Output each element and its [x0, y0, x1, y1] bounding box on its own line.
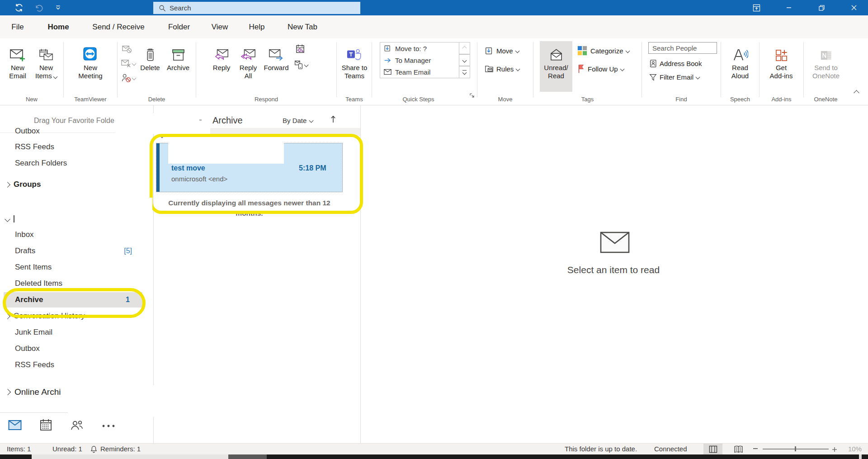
book-icon — [734, 445, 743, 453]
nav-mail-button[interactable] — [8, 420, 22, 431]
sidebar-item-online-archive[interactable]: Online Archi — [5, 384, 61, 400]
close-button[interactable] — [844, 0, 864, 15]
reply-with-meeting-button[interactable] — [295, 44, 305, 54]
favorites-hint: Drag Your Favorite Folde — [34, 114, 114, 128]
address-book-icon — [649, 59, 657, 68]
junk-button[interactable] — [121, 73, 136, 83]
sidebar-item-conversation-history[interactable]: Conversation History — [5, 308, 85, 324]
read-aloud-button[interactable]: Read Aloud — [724, 41, 756, 80]
list-title: Archive — [212, 115, 243, 126]
sidebar-item-outbox[interactable]: Outbox — [15, 341, 40, 356]
empty-state-text: Select an item to read — [406, 265, 821, 275]
nav-people-button[interactable] — [70, 420, 84, 431]
clean-up-button[interactable] — [121, 58, 136, 68]
bell-icon — [90, 445, 97, 454]
ribbon-display-options-button[interactable] — [746, 0, 767, 15]
normal-view-button[interactable] — [703, 444, 722, 454]
move-button[interactable]: Move — [485, 45, 519, 57]
sidebar-item-rss-feeds[interactable]: RSS Feeds — [15, 357, 54, 373]
send-receive-button[interactable] — [13, 2, 25, 14]
ribbon-tabs: File Home Send / Receive Folder View Hel… — [0, 15, 868, 38]
move-to-icon — [384, 45, 392, 52]
group-label-move: Move — [477, 96, 533, 103]
follow-up-button[interactable]: Follow Up — [577, 63, 624, 75]
status-reminders[interactable]: Reminders: 1 — [100, 445, 141, 453]
share-to-teams-button[interactable]: Share to Teams — [338, 41, 371, 80]
new-items-button[interactable]: New Items — [32, 41, 61, 80]
sidebar-item-junk-email[interactable]: Junk Email — [15, 325, 52, 340]
forward-button[interactable]: Forward — [262, 41, 290, 72]
undo-icon — [35, 4, 43, 12]
sidebar-item-deleted-items[interactable]: Deleted Items — [15, 276, 62, 291]
sidebar-account-row[interactable] — [5, 211, 14, 227]
undo-button[interactable] — [33, 2, 45, 14]
categorize-button[interactable]: Categorize — [577, 45, 629, 57]
sort-by-button[interactable]: By Date — [283, 117, 313, 124]
sidebar-item-outbox-fav[interactable]: Outbox — [15, 123, 40, 139]
new-email-button[interactable]: New Email — [5, 41, 31, 80]
delete-button[interactable]: Delete — [137, 41, 163, 72]
sidebar-item-search-folders[interactable]: Search Folders — [15, 156, 67, 171]
reply-all-button[interactable]: Reply All — [235, 41, 261, 80]
unread-read-button[interactable]: Unread/ Read — [540, 41, 572, 92]
collapse-ribbon-button[interactable] — [854, 91, 859, 95]
chevron-down-icon — [696, 75, 700, 79]
reply-button[interactable]: Reply — [209, 41, 234, 72]
new-meeting-button[interactable]: New Meeting — [75, 41, 106, 80]
group-label-delete: Delete — [118, 96, 196, 103]
sidebar-item-sent-items[interactable]: Sent Items — [15, 260, 52, 275]
chevron-right-icon — [5, 389, 11, 395]
rules-button[interactable]: Rules — [485, 63, 519, 75]
tab-new-tab[interactable]: New Tab — [288, 15, 317, 38]
quick-steps-more-button[interactable] — [459, 66, 470, 78]
sidebar-item-groups[interactable]: Groups — [5, 177, 41, 192]
zoom-out-button[interactable] — [753, 448, 758, 449]
quick-step-to-manager[interactable]: To Manager — [380, 54, 459, 66]
quick-step-team-email[interactable]: Team Email — [380, 66, 459, 78]
sidebar-item-drafts[interactable]: Drafts — [15, 243, 35, 259]
tab-help[interactable]: Help — [249, 15, 265, 38]
ignore-icon — [122, 44, 132, 54]
ignore-button[interactable] — [122, 44, 132, 54]
quick-steps-scroll-up[interactable] — [459, 42, 470, 54]
tab-view[interactable]: View — [212, 15, 228, 38]
tab-home[interactable]: Home — [47, 15, 69, 38]
zoom-slider-thumb[interactable] — [795, 446, 796, 451]
minimize-button[interactable] — [778, 0, 799, 15]
quick-step-move-to[interactable]: Move to: ? — [380, 43, 459, 54]
quick-steps-scroll-down[interactable] — [459, 54, 470, 66]
follow-up-flag-icon — [577, 64, 585, 74]
zoom-in-button[interactable] — [832, 446, 837, 451]
address-book-button[interactable]: Address Book — [649, 57, 702, 69]
quick-steps-dialog-launcher[interactable] — [469, 93, 475, 98]
archive-button[interactable]: Archive — [164, 41, 193, 72]
get-add-ins-button[interactable]: Get Add-ins — [764, 41, 798, 80]
categorize-icon — [577, 45, 588, 56]
sidebar-item-archive[interactable]: Archive — [15, 292, 43, 308]
sidebar-item-rss-fav[interactable]: RSS Feeds — [15, 139, 54, 155]
unread-read-icon — [549, 41, 564, 62]
nav-calendar-button[interactable] — [40, 419, 52, 431]
sidebar-item-inbox[interactable]: Inbox — [15, 227, 34, 242]
chevron-down-icon — [625, 48, 630, 53]
nav-more-button[interactable] — [102, 424, 116, 428]
filter-email-button[interactable]: Filter Email — [649, 71, 699, 83]
new-email-icon — [9, 41, 26, 62]
tab-folder[interactable]: Folder — [168, 15, 190, 38]
group-label-onenote: OneNote — [804, 96, 848, 103]
search-bar[interactable]: Search — [153, 2, 360, 14]
status-items: Items: 1 — [7, 445, 31, 453]
search-people-input[interactable]: Search People — [648, 42, 717, 54]
tab-send-receive[interactable]: Send / Receive — [92, 15, 144, 38]
send-to-onenote-button: Send to OneNote — [807, 41, 844, 80]
tab-file[interactable]: File — [11, 15, 24, 38]
more-respond-actions-button[interactable] — [294, 60, 308, 70]
restore-button[interactable] — [811, 0, 832, 15]
dialog-launcher-icon — [469, 93, 475, 98]
reply-icon — [214, 41, 229, 62]
customize-qat-button[interactable] — [52, 2, 64, 14]
reading-view-button[interactable] — [729, 444, 748, 454]
sort-direction-button[interactable] — [330, 115, 336, 123]
chevron-down-icon — [304, 63, 309, 67]
to-manager-icon — [384, 57, 392, 64]
